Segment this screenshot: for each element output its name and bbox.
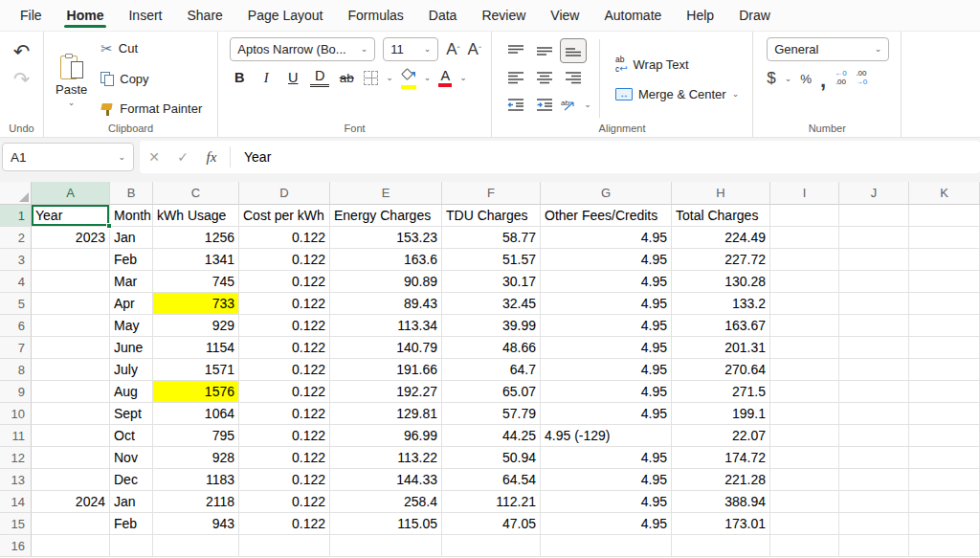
cell-D1[interactable]: Cost per kWh — [239, 205, 330, 227]
decrease-decimal-button[interactable]: ←0 .00 — [835, 70, 846, 87]
cell-H6[interactable]: 163.67 — [672, 315, 770, 337]
cell-E7[interactable]: 140.79 — [330, 337, 442, 359]
cell-C14[interactable]: 2118 — [153, 491, 239, 513]
underline-button[interactable]: U — [283, 70, 302, 85]
paste-button[interactable]: Paste ⌄ — [56, 37, 87, 120]
cell-D8[interactable]: 0.122 — [239, 359, 330, 381]
align-left-button[interactable] — [502, 65, 529, 90]
cell-F16[interactable] — [442, 535, 541, 557]
row-header-9[interactable]: 9 — [0, 381, 32, 403]
cell-G12[interactable]: 4.95 — [541, 447, 672, 469]
cell-B14[interactable]: Jan — [110, 491, 153, 513]
cell-K1[interactable] — [909, 205, 980, 227]
cell-A3[interactable] — [32, 249, 110, 271]
cell-D10[interactable]: 0.122 — [239, 403, 330, 425]
cell-H12[interactable]: 174.72 — [672, 447, 770, 469]
bold-button[interactable]: B — [230, 70, 249, 85]
cell-K14[interactable] — [909, 491, 980, 513]
cell-I3[interactable] — [770, 249, 839, 271]
cell-J5[interactable] — [839, 293, 909, 315]
cell-G8[interactable]: 4.95 — [541, 359, 672, 381]
cell-A5[interactable] — [32, 293, 110, 315]
cell-G7[interactable]: 4.95 — [541, 337, 672, 359]
cell-C5[interactable]: 733 — [153, 293, 239, 315]
cell-C11[interactable]: 795 — [153, 425, 239, 447]
cell-C2[interactable]: 1256 — [153, 227, 239, 249]
cell-H9[interactable]: 271.5 — [672, 381, 770, 403]
cell-C4[interactable]: 745 — [153, 271, 239, 293]
row-header-12[interactable]: 12 — [0, 447, 32, 469]
cell-I8[interactable] — [770, 359, 839, 381]
menu-tab-view[interactable]: View — [538, 0, 591, 31]
menu-tab-data[interactable]: Data — [416, 0, 470, 31]
row-header-2[interactable]: 2 — [0, 227, 32, 249]
menu-tab-share[interactable]: Share — [174, 0, 234, 31]
cell-D7[interactable]: 0.122 — [239, 337, 330, 359]
cell-E8[interactable]: 191.66 — [330, 359, 442, 381]
cell-G11[interactable]: 4.95 (-129) — [541, 425, 672, 447]
borders-chevron-icon[interactable]: ⌄ — [386, 74, 393, 82]
cell-A12[interactable] — [32, 447, 110, 469]
cell-J3[interactable] — [839, 249, 909, 271]
format-painter-button[interactable]: Format Painter — [97, 100, 206, 118]
cell-B9[interactable]: Aug — [110, 381, 153, 403]
align-bottom-button[interactable] — [560, 38, 587, 63]
cell-B4[interactable]: Mar — [110, 271, 153, 293]
italic-button[interactable]: I — [256, 70, 276, 86]
cell-E10[interactable]: 129.81 — [330, 403, 442, 425]
cell-G16[interactable] — [541, 535, 672, 557]
row-header-15[interactable]: 15 — [0, 513, 32, 535]
cell-A15[interactable] — [32, 513, 110, 535]
cell-E4[interactable]: 90.89 — [330, 271, 442, 293]
cell-F7[interactable]: 48.66 — [442, 337, 541, 359]
cell-D14[interactable]: 0.122 — [239, 491, 330, 513]
cell-E15[interactable]: 115.05 — [330, 513, 442, 535]
increase-decimal-button[interactable]: .00 →0 — [856, 70, 867, 87]
row-header-11[interactable]: 11 — [0, 425, 32, 447]
cell-D9[interactable]: 0.122 — [239, 381, 330, 403]
cell-A6[interactable] — [32, 315, 110, 337]
currency-button[interactable]: $ — [767, 69, 775, 88]
cell-E14[interactable]: 258.4 — [330, 491, 442, 513]
cell-I15[interactable] — [770, 513, 839, 535]
cell-J15[interactable] — [839, 513, 909, 535]
row-header-1[interactable]: 1 — [0, 205, 32, 227]
currency-chevron-icon[interactable]: ⌄ — [785, 75, 792, 83]
cancel-entry-button[interactable]: ✕ — [140, 149, 168, 165]
cell-I6[interactable] — [770, 315, 839, 337]
row-header-3[interactable]: 3 — [0, 249, 32, 271]
cell-J16[interactable] — [839, 535, 909, 557]
menu-tab-formulas[interactable]: Formulas — [335, 0, 415, 31]
cell-A2[interactable]: 2023 — [32, 227, 110, 249]
row-header-7[interactable]: 7 — [0, 337, 32, 359]
font-color-chevron-icon[interactable]: ⌄ — [459, 74, 467, 82]
wrap-text-button[interactable]: abc↩ Wrap Text — [612, 54, 743, 76]
number-format-select[interactable]: General ⌄ — [767, 37, 889, 61]
cell-F3[interactable]: 51.57 — [442, 249, 541, 271]
cell-F15[interactable]: 47.05 — [442, 513, 541, 535]
increase-font-size-button[interactable]: Aˆ — [446, 40, 459, 59]
column-header-e[interactable]: E — [330, 182, 442, 205]
cell-B15[interactable]: Feb — [110, 513, 153, 535]
cell-B2[interactable]: Jan — [110, 227, 153, 249]
cell-E6[interactable]: 113.34 — [330, 315, 442, 337]
cell-J14[interactable] — [839, 491, 909, 513]
name-box[interactable]: A1 ⌄ — [2, 143, 134, 171]
cell-K7[interactable] — [909, 337, 980, 359]
cell-G5[interactable]: 4.95 — [541, 293, 672, 315]
cell-I14[interactable] — [770, 491, 839, 513]
cell-D3[interactable]: 0.122 — [239, 249, 330, 271]
cell-G14[interactable]: 4.95 — [541, 491, 672, 513]
column-header-g[interactable]: G — [541, 182, 672, 205]
row-header-6[interactable]: 6 — [0, 315, 32, 337]
cell-C1[interactable]: kWh Usage — [153, 205, 239, 227]
cell-C9[interactable]: 1576 — [153, 381, 239, 403]
column-header-h[interactable]: H — [672, 182, 770, 205]
select-all-corner[interactable] — [0, 182, 32, 205]
cell-F5[interactable]: 32.45 — [442, 293, 541, 315]
column-header-f[interactable]: F — [442, 182, 541, 205]
cell-G3[interactable]: 4.95 — [541, 249, 672, 271]
column-header-a[interactable]: A — [32, 182, 110, 205]
cell-I4[interactable] — [770, 271, 839, 293]
row-header-4[interactable]: 4 — [0, 271, 32, 293]
